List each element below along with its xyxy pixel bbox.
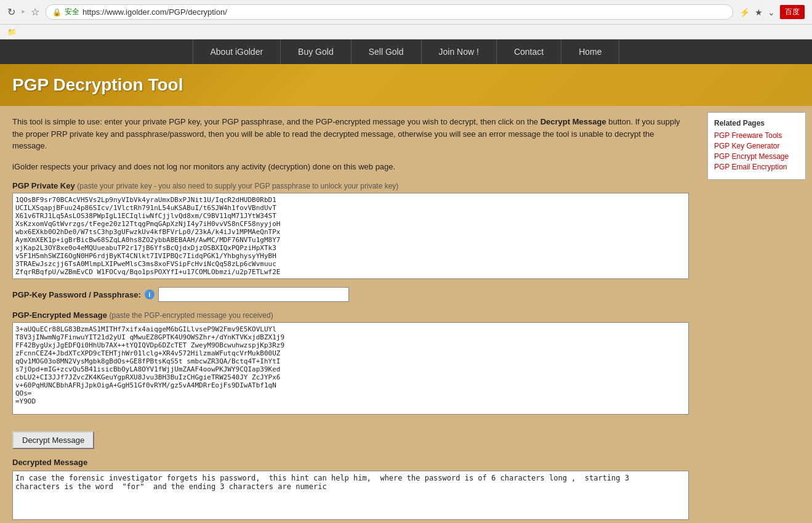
passphrase-input[interactable] <box>158 287 349 302</box>
decrypted-section: Decrypted Message In case the forensic i… <box>12 458 689 522</box>
sidebar-link-email[interactable]: PGP Email Encryption <box>714 163 799 171</box>
pgp-enc-textarea[interactable]: 3+aUQuECr88LG83BzmAS1MITHf7xifx4aiqgeM6b… <box>12 322 689 415</box>
decrypted-label: Decrypted Message <box>12 458 689 467</box>
nav-contact[interactable]: Contact <box>497 39 561 64</box>
password-row: PGP-Key Password / Passphrase: i <box>12 287 689 302</box>
pgp-enc-section: PGP-Encrypted Message (paste the PGP-enc… <box>12 310 689 416</box>
lightning-icon: ⚡ <box>739 7 750 17</box>
pgp-key-textarea[interactable]: 1QOsBF9sr70BCAcVH5Vs2Lp9nyVIbVk4yraUmxDB… <box>12 193 689 279</box>
related-pages-box: Related Pages PGP Freeware Tools PGP Key… <box>707 112 806 180</box>
description-paragraph: This tool is simple to use: enter your p… <box>12 116 689 152</box>
related-pages-title: Related Pages <box>714 119 799 128</box>
bookmark-item[interactable]: 📁 <box>7 28 17 36</box>
desc-text-1: This tool is simple to use: enter your p… <box>12 117 541 126</box>
url-text: https://www.igolder.com/PGP/decryption/ <box>82 7 227 17</box>
passphrase-label: PGP-Key Password / Passphrase: <box>12 290 141 299</box>
bookmark-button[interactable]: ☆ <box>31 6 39 18</box>
secure-label: 安全 <box>65 7 79 17</box>
nav-buy-gold[interactable]: Buy Gold <box>281 39 352 64</box>
pgp-enc-wrapper: 3+aUQuECr88LG83BzmAS1MITHf7xifx4aiqgeM6b… <box>12 322 689 416</box>
pgp-key-wrapper: 1QOsBF9sr70BCAcVH5Vs2Lp9nyVIbVk4yraUmxDB… <box>12 193 689 281</box>
pgp-key-section: PGP Private Key (paste your private key … <box>12 181 689 281</box>
header-banner: PGP Decryption Tool <box>0 64 812 106</box>
browser-right: ⚡ ★ ⌄ 百度 <box>739 5 805 19</box>
forward-button[interactable]: ‣ <box>20 6 26 18</box>
pgp-key-hint: (paste your private key - you also need … <box>77 182 398 190</box>
decrypt-button[interactable]: Decrypt Message <box>12 431 94 449</box>
baidu-button[interactable]: 百度 <box>780 5 805 19</box>
main-container: This tool is simple to use: enter your p… <box>0 106 812 523</box>
sidebar-link-keygen[interactable]: PGP Key Generator <box>714 142 799 150</box>
pgp-key-label-bold: PGP Private Key <box>12 181 75 190</box>
desc-bold: Decrypt Message <box>541 117 606 126</box>
nav-about[interactable]: About iGolder <box>193 39 281 64</box>
pgp-enc-label: PGP-Encrypted Message (paste the PGP-enc… <box>12 310 689 320</box>
bookmarks-bar: 📁 <box>0 25 812 39</box>
pgp-enc-label-bold: PGP-Encrypted Message <box>12 310 107 320</box>
nav-home[interactable]: Home <box>561 39 619 64</box>
nav-join-now[interactable]: Join Now ! <box>422 39 497 64</box>
browser-controls: ↻ ‣ ☆ <box>7 6 39 18</box>
description-privacy: iGolder respects your privacy and does n… <box>12 161 689 173</box>
info-icon[interactable]: i <box>145 290 155 299</box>
chevron-icon[interactable]: ⌄ <box>768 7 775 17</box>
sidebar: Related Pages PGP Freeware Tools PGP Key… <box>701 106 812 523</box>
main-nav: About iGolder Buy Gold Sell Gold Join No… <box>0 39 812 64</box>
pgp-key-label: PGP Private Key (paste your private key … <box>12 181 689 190</box>
page-title: PGP Decryption Tool <box>12 75 800 95</box>
address-bar[interactable]: 🔒 安全 https://www.igolder.com/PGP/decrypt… <box>46 4 733 20</box>
browser-bar: ↻ ‣ ☆ 🔒 安全 https://www.igolder.com/PGP/d… <box>0 0 812 25</box>
decrypted-textarea[interactable]: In case the forensic investigator forget… <box>12 471 689 520</box>
sidebar-link-freeware[interactable]: PGP Freeware Tools <box>714 131 799 140</box>
back-button[interactable]: ↻ <box>7 6 15 18</box>
star-icon[interactable]: ★ <box>755 7 763 17</box>
pgp-enc-hint: (paste the PGP-encrypted message you rec… <box>110 311 273 320</box>
nav-sell-gold[interactable]: Sell Gold <box>352 39 422 64</box>
lock-icon: 🔒 <box>52 8 62 17</box>
content-area: This tool is simple to use: enter your p… <box>0 106 701 523</box>
sidebar-link-encrypt[interactable]: PGP Encrypt Message <box>714 152 799 161</box>
